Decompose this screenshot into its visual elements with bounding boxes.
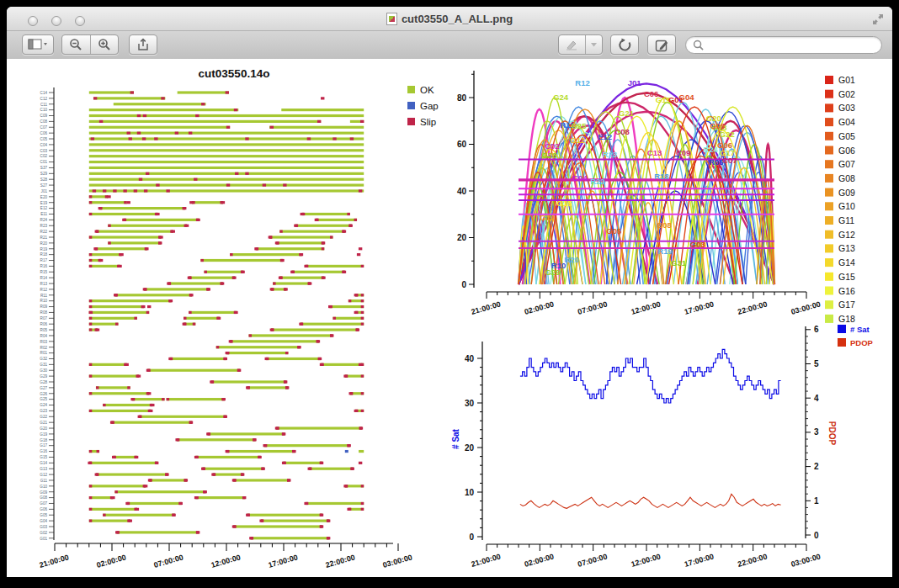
availability-row: G05 <box>40 513 323 517</box>
svg-text:R13: R13 <box>40 282 48 286</box>
availability-row: G32 <box>40 357 322 361</box>
svg-text:30: 30 <box>465 399 475 408</box>
svg-text:C07: C07 <box>40 125 48 130</box>
availability-row: G15 <box>40 455 261 459</box>
share-button[interactable] <box>129 34 157 55</box>
availability-row: J01 <box>41 189 364 193</box>
sidebar-toggle-button[interactable] <box>22 34 54 55</box>
availability-legend-item: Slip <box>407 117 436 127</box>
elevation-legend-item: G09 <box>825 188 855 198</box>
time-tick-label: 17:00:00 <box>267 553 298 569</box>
svg-text:E11: E11 <box>40 212 47 216</box>
satellite-label: C07 <box>722 156 737 165</box>
svg-text:R16: R16 <box>40 264 48 268</box>
svg-text:G02: G02 <box>838 89 855 99</box>
availability-row: R16 <box>40 264 364 268</box>
legend-swatch <box>825 188 833 197</box>
time-tick-label: 22:00:00 <box>737 552 768 569</box>
zoom-out-icon <box>69 38 82 51</box>
availability-row: G01 <box>40 537 330 541</box>
availability-row: G09 <box>40 490 207 495</box>
svg-text:PDOP: PDOP <box>850 338 874 347</box>
rotate-left-button[interactable] <box>610 34 639 55</box>
svg-text:3: 3 <box>814 427 819 437</box>
titlebar: cut03550_A_ALL.png <box>7 7 892 31</box>
svg-text:80: 80 <box>457 93 467 103</box>
elevation-legend-item: G06 <box>825 146 855 156</box>
satellite-label: R12 <box>575 78 589 87</box>
availability-row: R10 <box>40 299 364 303</box>
availability-row: G22 <box>40 415 227 419</box>
legend-swatch <box>825 118 833 126</box>
availability-row: S28 <box>40 177 364 182</box>
availability-row: R02 <box>40 346 301 350</box>
svg-text:G16: G16 <box>40 449 47 453</box>
satellite-label: R24 <box>703 145 718 154</box>
svg-text:R19: R19 <box>40 247 48 252</box>
availability-row: E19 <box>40 201 225 205</box>
zoom-out-button[interactable] <box>62 35 90 54</box>
time-tick-label: 12:00:00 <box>630 552 661 569</box>
rotate-left-icon <box>618 38 632 52</box>
legend-swatch <box>838 325 846 333</box>
svg-text:R05: R05 <box>40 328 48 332</box>
satellite-label: G29 <box>545 268 561 277</box>
availability-row: C12 <box>40 97 325 101</box>
svg-text:G09: G09 <box>838 188 855 198</box>
svg-text:G06: G06 <box>838 146 855 156</box>
availability-row: G02 <box>40 531 199 535</box>
availability-row: G25 <box>40 397 226 401</box>
availability-row: C11 <box>40 103 206 107</box>
svg-text:G02: G02 <box>40 531 47 535</box>
svg-text:S37: S37 <box>40 166 48 170</box>
svg-text:10: 10 <box>465 488 475 497</box>
marker-segment[interactable] <box>559 35 585 54</box>
availability-row: C08 <box>40 119 364 124</box>
svg-text:G08: G08 <box>838 173 855 183</box>
elevation-legend-item: G18 <box>825 314 855 324</box>
availability-row: E11 <box>40 212 350 216</box>
svg-text:# Sat: # Sat <box>850 325 870 334</box>
availability-row: R04 <box>40 334 334 338</box>
availability-chart: cut03550.14oOKGapSlipC14C12C11C10C09C08C… <box>38 67 438 569</box>
pdop-series <box>520 494 781 508</box>
markup-tool-button[interactable] <box>558 34 603 55</box>
svg-text:G03: G03 <box>40 525 47 529</box>
availability-row: G06 <box>40 507 364 511</box>
satellite-label: R20 <box>564 255 578 264</box>
edit-toolbar-button[interactable] <box>647 34 676 55</box>
marker-dropdown[interactable] <box>585 35 602 54</box>
availability-row: R08 <box>40 310 364 315</box>
time-tick-label: 07:00:00 <box>152 553 184 569</box>
svg-text:1: 1 <box>814 496 819 506</box>
time-tick-label: 22:00:00 <box>737 299 768 316</box>
satellite-label: G08 <box>657 220 672 230</box>
availability-row: R17 <box>40 258 285 262</box>
satellite-label: J01 <box>628 78 642 87</box>
svg-text:R24: R24 <box>40 218 48 222</box>
svg-text:0: 0 <box>469 532 474 542</box>
availability-row: R01 <box>40 351 289 355</box>
svg-text:G07: G07 <box>40 501 47 506</box>
svg-text:R20: R20 <box>40 241 48 246</box>
search-field[interactable] <box>685 36 882 54</box>
svg-text:G28: G28 <box>40 380 47 384</box>
time-tick-label: 03:00:00 <box>790 299 821 316</box>
availability-row: G30 <box>40 368 241 373</box>
zoom-in-button[interactable] <box>90 35 119 54</box>
legend-swatch <box>825 132 833 140</box>
fullscreen-icon[interactable] <box>872 13 884 25</box>
availability-row: G19 <box>40 432 285 437</box>
elevation-legend-item: G12 <box>825 230 855 240</box>
search-input[interactable] <box>707 39 875 52</box>
satellite-label: C02 <box>545 141 559 151</box>
svg-text:R10: R10 <box>40 299 48 303</box>
svg-text:G12: G12 <box>838 230 855 240</box>
svg-text:G30: G30 <box>40 368 47 373</box>
svg-text:J01: J01 <box>41 189 48 193</box>
time-tick-label: 17:00:00 <box>684 299 715 316</box>
svg-text:R08: R08 <box>40 310 48 315</box>
svg-text:G04: G04 <box>838 117 855 127</box>
screen: { "window": {"title": "cut03550_A_ALL.pn… <box>0 0 899 588</box>
svg-text:G13: G13 <box>40 467 47 471</box>
